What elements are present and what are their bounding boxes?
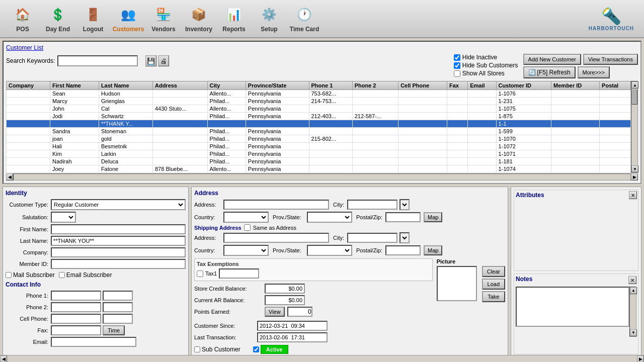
fax-input[interactable] xyxy=(51,325,101,335)
print-icon-btn[interactable]: 🖨 xyxy=(158,55,169,66)
panel-title: Customer List xyxy=(6,44,638,51)
city-dropdown[interactable] xyxy=(399,199,410,210)
tax1-checkbox[interactable] xyxy=(197,270,203,277)
ship-city-dropdown[interactable] xyxy=(399,232,410,243)
first-name-row: First Name: xyxy=(6,224,186,234)
time-button[interactable]: Time xyxy=(103,325,125,335)
email-sub-checkbox[interactable] xyxy=(59,272,65,278)
table-row[interactable]: JoeyFatone878 Bluebe...Allento...Pennsyl… xyxy=(7,165,631,173)
search-input[interactable] xyxy=(57,55,138,66)
table-row[interactable]: SandraStonemanPhilad...Pennsylvania1-599 xyxy=(7,128,631,135)
add-new-customer-button[interactable]: Add New Customer xyxy=(523,54,581,65)
toolbar-customers[interactable]: 👥 Customers xyxy=(111,1,146,36)
mail-sub-checkbox[interactable] xyxy=(6,272,12,278)
hide-sub-checkbox[interactable] xyxy=(454,62,460,69)
scroll-up-arrow[interactable]: ▲ xyxy=(631,81,638,88)
refresh-button[interactable]: 🔄 [F5] Refresh xyxy=(523,66,576,78)
first-name-input[interactable] xyxy=(51,224,186,234)
hscroll-track[interactable] xyxy=(13,173,631,180)
toolbar-vendors[interactable]: 🏪 Vendors xyxy=(146,1,181,36)
notes-close-button[interactable]: ✕ xyxy=(628,276,636,284)
notes-scroll-up[interactable]: ▲ xyxy=(630,287,637,294)
hide-inactive-checkbox[interactable] xyxy=(454,54,460,61)
table-row[interactable]: MarcyGrienglasPhilad...Pennsylvania214-7… xyxy=(7,98,631,105)
save-icon-btn[interactable]: 💾 xyxy=(145,55,156,66)
ar-balance-input[interactable] xyxy=(265,295,305,305)
phone1-ext[interactable] xyxy=(103,291,133,301)
more-button[interactable]: More>>> xyxy=(578,66,610,78)
toolbar-day-end[interactable]: 💲 Day End xyxy=(40,1,75,36)
city-input[interactable] xyxy=(347,200,397,210)
load-picture-button[interactable]: Load xyxy=(482,279,505,290)
bottom-scroll-right[interactable]: ▶ xyxy=(637,355,644,362)
scroll-thumb[interactable] xyxy=(631,89,637,105)
toolbar-setup[interactable]: ⚙️ Setup xyxy=(252,1,287,36)
phone1-input[interactable] xyxy=(51,291,101,301)
salutation-select[interactable] xyxy=(51,212,76,223)
clear-picture-button[interactable]: Clear xyxy=(482,266,505,277)
hscroll-left[interactable]: ◀ xyxy=(6,173,13,180)
table-row[interactable]: KimLarkinPhilad...Pennsylvania1-1071 xyxy=(7,150,631,158)
scroll-down-arrow[interactable]: ▼ xyxy=(631,165,638,172)
show-all-checkbox[interactable] xyxy=(454,70,460,77)
table-scrollbar-v[interactable]: ▲ ▼ xyxy=(631,81,638,173)
take-picture-button[interactable]: Take xyxy=(482,291,505,302)
phone2-input[interactable] xyxy=(51,302,101,312)
toolbar-time-card[interactable]: 🕐 Time Card xyxy=(287,1,322,36)
shipping-header-row: Shipping Address Same as Address xyxy=(194,224,505,231)
same-as-address-checkbox[interactable] xyxy=(244,224,251,231)
table-row[interactable]: **THANK Y...1-1 xyxy=(7,120,631,128)
table-row[interactable]: JodiSchwartzPhilad...Pennsylvania212-403… xyxy=(7,113,631,120)
toolbar-inventory[interactable]: 📦 Inventory xyxy=(181,1,216,36)
last-name-input[interactable] xyxy=(51,236,186,246)
table-cell xyxy=(468,120,496,128)
store-credit-input[interactable] xyxy=(265,284,305,294)
email-input[interactable] xyxy=(51,337,136,347)
table-row[interactable]: NadirahDelucaPhilad...Pennsylvania1-181 xyxy=(7,158,631,165)
table-row[interactable]: joangoldPhilad...Pennsylvania215-802...1… xyxy=(7,135,631,143)
bottom-scroll-left[interactable]: ◀ xyxy=(0,355,7,362)
table-row[interactable]: HaliBesmetnikPhilad...Pennsylvania1-1072 xyxy=(7,143,631,150)
ship-city-input[interactable] xyxy=(347,233,397,243)
last-trans-input[interactable] xyxy=(257,332,328,342)
notes-scrollbar[interactable]: ▲ ▼ xyxy=(629,287,636,337)
address-input[interactable] xyxy=(223,200,329,210)
member-id-input[interactable] xyxy=(51,259,186,269)
ship-prov-select[interactable] xyxy=(307,245,352,256)
company-input[interactable] xyxy=(51,247,186,257)
table-row[interactable]: SeanHudsonAllento...Pennsylvania753-682.… xyxy=(7,90,631,98)
prov-label: Prov./State: xyxy=(273,214,305,220)
postal-input[interactable] xyxy=(385,212,421,222)
phone2-ext[interactable] xyxy=(103,302,133,312)
active-checkbox[interactable] xyxy=(253,346,259,352)
notes-textarea[interactable] xyxy=(516,287,629,327)
ship-address-input[interactable] xyxy=(223,233,329,243)
view-button[interactable]: View xyxy=(265,307,285,317)
ship-postal-input[interactable] xyxy=(385,245,421,255)
hscroll-right[interactable]: ▶ xyxy=(631,173,638,180)
toolbar-logout[interactable]: 🚪 Logout xyxy=(75,1,111,36)
ship-map-button[interactable]: Map xyxy=(424,245,442,255)
map-button[interactable]: Map xyxy=(424,212,442,222)
bottom-scroll-track[interactable] xyxy=(7,355,637,362)
cell-input[interactable] xyxy=(51,314,101,324)
attributes-close-button[interactable]: ✕ xyxy=(629,191,637,199)
notes-scroll-down[interactable]: ▼ xyxy=(630,329,637,336)
table-cell xyxy=(207,120,246,128)
view-transactions-button[interactable]: View Transactions xyxy=(583,54,638,65)
table-row[interactable]: JohnCal4430 Stuto...Allento...Pennsylvan… xyxy=(7,105,631,113)
toolbar-pos[interactable]: 🏠 POS xyxy=(5,1,40,36)
cell-ext[interactable] xyxy=(103,314,133,324)
country-select[interactable] xyxy=(223,212,269,223)
address-panel: Address Address: City: Country: Prov./St… xyxy=(191,187,508,357)
table-cell xyxy=(152,113,207,120)
sub-customer-checkbox[interactable] xyxy=(194,346,200,352)
tax1-input[interactable] xyxy=(219,268,259,279)
ship-country-select[interactable] xyxy=(223,245,269,256)
toolbar-reports[interactable]: 📊 Reports xyxy=(216,1,252,36)
prov-select[interactable] xyxy=(307,212,352,223)
points-input[interactable] xyxy=(287,307,312,317)
customer-since-input[interactable] xyxy=(257,321,328,331)
ar-balance-label: Current AR Balance: xyxy=(194,297,265,303)
customer-type-select[interactable]: Regular Customer xyxy=(51,199,186,210)
